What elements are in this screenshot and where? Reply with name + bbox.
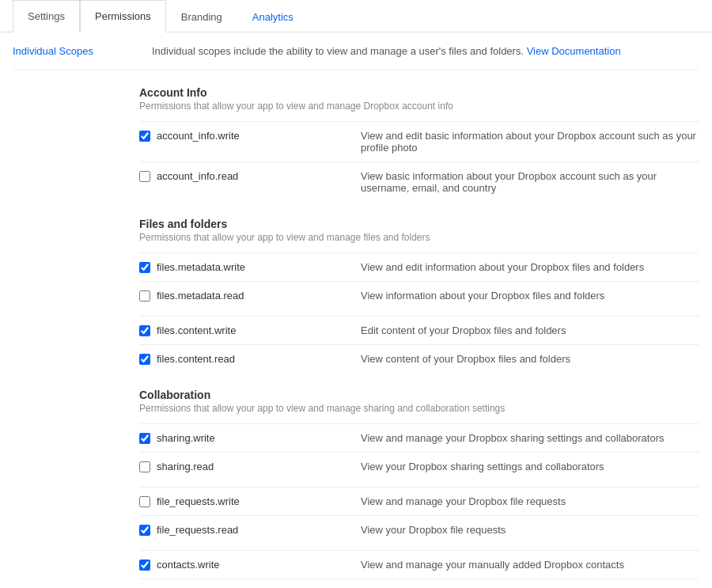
perm-name-account-info-write: account_info.write: [157, 130, 240, 142]
checkbox-files-content-read[interactable]: [139, 354, 150, 365]
perm-item-file-requests-read: file_requests.read View your Dropbox fil…: [139, 516, 699, 544]
scopes-description-text: Individual scopes include the ability to…: [152, 45, 524, 57]
perm-item-sharing-write: sharing.write View and manage your Dropb…: [139, 424, 699, 453]
perm-name-files-content-write: files.content.write: [157, 324, 236, 336]
section-collaboration-subtitle: Permissions that allow your app to view …: [139, 403, 699, 414]
checkbox-sharing-read[interactable]: [139, 461, 150, 472]
perm-left-files-content-write: files.content.write: [139, 324, 313, 336]
checkbox-files-metadata-read[interactable]: [139, 290, 150, 302]
section-files-folders-subtitle: Permissions that allow your app to view …: [139, 232, 699, 243]
section-files-folders: Files and folders Permissions that allow…: [139, 202, 699, 373]
perm-name-file-requests-read: file_requests.read: [157, 524, 238, 536]
tab-branding[interactable]: Branding: [166, 0, 237, 32]
perm-item-files-metadata-write: files.metadata.write View and edit infor…: [139, 253, 699, 282]
main-content: Individual Scopes Individual scopes incl…: [0, 32, 712, 588]
perm-left-files-metadata-read: files.metadata.read: [139, 290, 313, 302]
perm-item-files-content-read: files.content.read View content of your …: [139, 345, 699, 373]
perm-group-file-requests: file_requests.write View and manage your…: [139, 487, 699, 544]
section-account-info-title: Account Info: [139, 86, 699, 99]
perm-left-sharing-read: sharing.read: [139, 461, 313, 472]
checkbox-account-info-read[interactable]: [139, 171, 150, 182]
tab-settings[interactable]: Settings: [13, 0, 80, 32]
perm-desc-files-metadata-write: View and edit information about your Dro…: [361, 261, 699, 273]
perm-desc-account-info-read: View basic information about your Dropbo…: [361, 170, 699, 194]
checkbox-files-metadata-write[interactable]: [139, 262, 150, 273]
perm-desc-contacts-write: View and manage your manually added Drop…: [361, 559, 699, 571]
perm-left-account-info-write: account_info.write: [139, 130, 313, 142]
perm-item-account-info-read: account_info.read View basic information…: [139, 162, 699, 202]
individual-scopes-label: Individual Scopes: [13, 45, 139, 57]
perm-left-account-info-read: account_info.read: [139, 170, 313, 182]
perm-item-files-metadata-read: files.metadata.read View information abo…: [139, 282, 699, 309]
perm-item-file-requests-write: file_requests.write View and manage your…: [139, 487, 699, 516]
perm-name-files-metadata-read: files.metadata.read: [157, 290, 244, 302]
checkbox-files-content-write[interactable]: [139, 325, 150, 336]
perm-left-file-requests-write: file_requests.write: [139, 495, 313, 507]
perm-item-sharing-read: sharing.read View your Dropbox sharing s…: [139, 453, 699, 480]
perm-name-account-info-read: account_info.read: [157, 170, 238, 182]
perm-name-sharing-write: sharing.write: [157, 432, 215, 444]
perm-desc-account-info-write: View and edit basic information about yo…: [361, 130, 699, 154]
checkbox-file-requests-write[interactable]: [139, 496, 150, 507]
perm-desc-file-requests-write: View and manage your Dropbox file reques…: [361, 495, 699, 507]
perm-item-contacts-read: contacts.read View your manually added D…: [139, 579, 699, 588]
section-collaboration-title: Collaboration: [139, 389, 699, 401]
section-account-info: Account Info Permissions that allow your…: [139, 70, 699, 202]
individual-scopes-row: Individual Scopes Individual scopes incl…: [13, 32, 699, 70]
perm-name-contacts-write: contacts.write: [157, 559, 219, 571]
tab-permissions[interactable]: Permissions: [80, 0, 166, 32]
view-documentation-link[interactable]: View Documentation: [527, 45, 621, 57]
checkbox-contacts-write[interactable]: [139, 560, 150, 571]
perm-left-sharing-write: sharing.write: [139, 432, 313, 444]
perm-group-sharing: sharing.write View and manage your Dropb…: [139, 423, 699, 480]
perm-desc-files-content-write: Edit content of your Dropbox files and f…: [361, 324, 699, 336]
section-collaboration: Collaboration Permissions that allow you…: [139, 373, 699, 588]
perm-name-files-content-read: files.content.read: [157, 353, 235, 365]
perm-left-file-requests-read: file_requests.read: [139, 524, 313, 536]
perm-group-files-metadata: files.metadata.write View and edit infor…: [139, 252, 699, 309]
checkbox-sharing-write[interactable]: [139, 433, 150, 444]
checkbox-file-requests-read[interactable]: [139, 525, 150, 536]
perm-desc-sharing-read: View your Dropbox sharing settings and c…: [361, 461, 699, 472]
tab-analytics[interactable]: Analytics: [237, 0, 309, 32]
checkbox-account-info-write[interactable]: [139, 131, 150, 142]
perm-group-contacts: contacts.write View and manage your manu…: [139, 550, 699, 588]
perm-item-files-content-write: files.content.write Edit content of your…: [139, 317, 699, 345]
perm-name-sharing-read: sharing.read: [157, 461, 214, 472]
perm-name-files-metadata-write: files.metadata.write: [157, 261, 245, 273]
perm-desc-file-requests-read: View your Dropbox file requests: [361, 524, 699, 536]
perm-group-account-info: account_info.write View and edit basic i…: [139, 121, 699, 202]
section-account-info-subtitle: Permissions that allow your app to view …: [139, 101, 699, 112]
perm-left-files-content-read: files.content.read: [139, 353, 313, 365]
perm-desc-sharing-write: View and manage your Dropbox sharing set…: [361, 432, 699, 444]
perm-item-account-info-write: account_info.write View and edit basic i…: [139, 122, 699, 162]
tab-bar: Settings Permissions Branding Analytics: [0, 0, 712, 32]
perm-left-contacts-write: contacts.write: [139, 559, 313, 571]
perm-name-file-requests-write: file_requests.write: [157, 495, 240, 507]
section-files-folders-title: Files and folders: [139, 218, 699, 230]
perm-desc-files-metadata-read: View information about your Dropbox file…: [361, 290, 699, 302]
perm-left-files-metadata-write: files.metadata.write: [139, 261, 313, 273]
perm-item-contacts-write: contacts.write View and manage your manu…: [139, 551, 699, 579]
perm-group-files-content: files.content.write Edit content of your…: [139, 316, 699, 373]
perm-desc-files-content-read: View content of your Dropbox files and f…: [361, 353, 699, 365]
individual-scopes-description: Individual scopes include the ability to…: [152, 45, 621, 57]
